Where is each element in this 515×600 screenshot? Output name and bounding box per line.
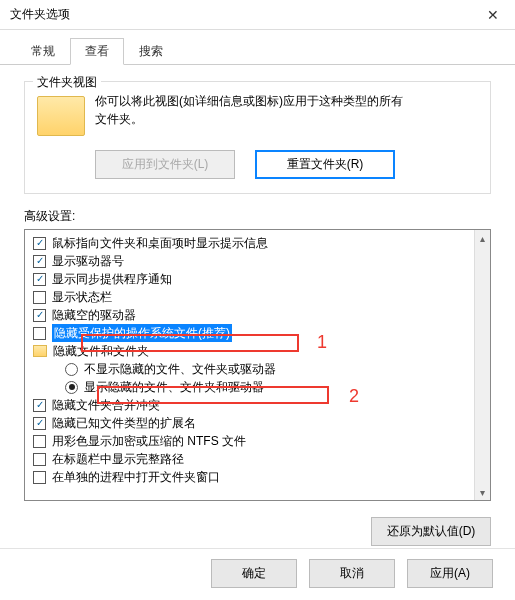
folder-view-desc-line2: 文件夹。 bbox=[95, 110, 403, 128]
checkbox-icon[interactable]: ✓ bbox=[33, 399, 46, 412]
checkbox-icon[interactable]: ✓ bbox=[33, 309, 46, 322]
tab-search[interactable]: 搜索 bbox=[124, 38, 178, 65]
tree-item-label: 隐藏受保护的操作系统文件(推荐) bbox=[52, 324, 232, 342]
window-title: 文件夹选项 bbox=[10, 6, 70, 23]
tabstrip: 常规 查看 搜索 bbox=[0, 30, 515, 65]
advanced-settings-tree[interactable]: ✓鼠标指向文件夹和桌面项时显示提示信息✓显示驱动器号✓显示同步提供程序通知显示状… bbox=[24, 229, 491, 501]
tree-item-8[interactable]: 显示隐藏的文件、文件夹和驱动器 bbox=[31, 378, 490, 396]
checkbox-icon[interactable] bbox=[33, 453, 46, 466]
tab-view-panel: 文件夹视图 你可以将此视图(如详细信息或图标)应用于这种类型的所有 文件夹。 应… bbox=[0, 65, 515, 507]
tree-item-label: 用彩色显示加密或压缩的 NTFS 文件 bbox=[52, 432, 246, 450]
advanced-settings-label: 高级设置: bbox=[24, 208, 491, 225]
tree-item-label: 隐藏文件和文件夹 bbox=[53, 342, 149, 360]
ok-button[interactable]: 确定 bbox=[211, 559, 297, 588]
cancel-button[interactable]: 取消 bbox=[309, 559, 395, 588]
folder-view-group: 文件夹视图 你可以将此视图(如详细信息或图标)应用于这种类型的所有 文件夹。 应… bbox=[24, 81, 491, 194]
tree-item-label: 显示同步提供程序通知 bbox=[52, 270, 172, 288]
apply-to-folders-button: 应用到文件夹(L) bbox=[95, 150, 235, 179]
checkbox-icon[interactable] bbox=[33, 435, 46, 448]
tree-item-1[interactable]: ✓显示驱动器号 bbox=[31, 252, 490, 270]
tree-item-0[interactable]: ✓鼠标指向文件夹和桌面项时显示提示信息 bbox=[31, 234, 490, 252]
folder-view-desc-line1: 你可以将此视图(如详细信息或图标)应用于这种类型的所有 bbox=[95, 92, 403, 110]
tree-item-10[interactable]: ✓隐藏已知文件类型的扩展名 bbox=[31, 414, 490, 432]
tree-item-label: 隐藏文件夹合并冲突 bbox=[52, 396, 160, 414]
checkbox-icon[interactable] bbox=[33, 291, 46, 304]
tree-item-label: 显示状态栏 bbox=[52, 288, 112, 306]
checkbox-icon[interactable]: ✓ bbox=[33, 417, 46, 430]
tree-item-label: 不显示隐藏的文件、文件夹或驱动器 bbox=[84, 360, 276, 378]
titlebar: 文件夹选项 ✕ bbox=[0, 0, 515, 30]
annotation-label-1: 1 bbox=[317, 332, 327, 353]
checkbox-icon[interactable] bbox=[33, 471, 46, 484]
reset-folders-button[interactable]: 重置文件夹(R) bbox=[255, 150, 395, 179]
folder-small-icon bbox=[33, 345, 47, 357]
checkbox-icon[interactable] bbox=[33, 327, 46, 340]
tree-item-4[interactable]: ✓隐藏空的驱动器 bbox=[31, 306, 490, 324]
tree-item-label: 隐藏空的驱动器 bbox=[52, 306, 136, 324]
restore-defaults-button[interactable]: 还原为默认值(D) bbox=[371, 517, 491, 546]
tree-item-11[interactable]: 用彩色显示加密或压缩的 NTFS 文件 bbox=[31, 432, 490, 450]
folder-view-legend: 文件夹视图 bbox=[33, 74, 101, 91]
checkbox-icon[interactable]: ✓ bbox=[33, 237, 46, 250]
tree-item-label: 在单独的进程中打开文件夹窗口 bbox=[52, 468, 220, 486]
tree-item-2[interactable]: ✓显示同步提供程序通知 bbox=[31, 270, 490, 288]
tree-item-12[interactable]: 在标题栏中显示完整路径 bbox=[31, 450, 490, 468]
checkbox-icon[interactable]: ✓ bbox=[33, 273, 46, 286]
tree-scrollbar[interactable]: ▴ ▾ bbox=[474, 230, 490, 500]
close-icon[interactable]: ✕ bbox=[471, 1, 515, 29]
tree-item-label: 隐藏已知文件类型的扩展名 bbox=[52, 414, 196, 432]
tree-item-label: 显示驱动器号 bbox=[52, 252, 124, 270]
tree-item-3[interactable]: 显示状态栏 bbox=[31, 288, 490, 306]
scroll-down-icon[interactable]: ▾ bbox=[475, 484, 490, 500]
apply-button[interactable]: 应用(A) bbox=[407, 559, 493, 588]
scroll-up-icon[interactable]: ▴ bbox=[475, 230, 490, 246]
annotation-label-2: 2 bbox=[349, 386, 359, 407]
tree-item-6[interactable]: 隐藏文件和文件夹 bbox=[31, 342, 490, 360]
tree-item-13[interactable]: 在单独的进程中打开文件夹窗口 bbox=[31, 468, 490, 486]
tree-item-label: 鼠标指向文件夹和桌面项时显示提示信息 bbox=[52, 234, 268, 252]
tree-item-7[interactable]: 不显示隐藏的文件、文件夹或驱动器 bbox=[31, 360, 490, 378]
folder-view-description: 你可以将此视图(如详细信息或图标)应用于这种类型的所有 文件夹。 bbox=[95, 92, 403, 136]
tab-view[interactable]: 查看 bbox=[70, 38, 124, 65]
tree-item-label: 显示隐藏的文件、文件夹和驱动器 bbox=[84, 378, 264, 396]
radio-icon[interactable] bbox=[65, 363, 78, 376]
checkbox-icon[interactable]: ✓ bbox=[33, 255, 46, 268]
tree-item-label: 在标题栏中显示完整路径 bbox=[52, 450, 184, 468]
folder-icon bbox=[37, 96, 85, 136]
tree-item-9[interactable]: ✓隐藏文件夹合并冲突 bbox=[31, 396, 490, 414]
tab-general[interactable]: 常规 bbox=[16, 38, 70, 65]
dialog-footer: 确定 取消 应用(A) bbox=[0, 548, 515, 600]
radio-icon[interactable] bbox=[65, 381, 78, 394]
tree-item-5[interactable]: 隐藏受保护的操作系统文件(推荐) bbox=[31, 324, 490, 342]
